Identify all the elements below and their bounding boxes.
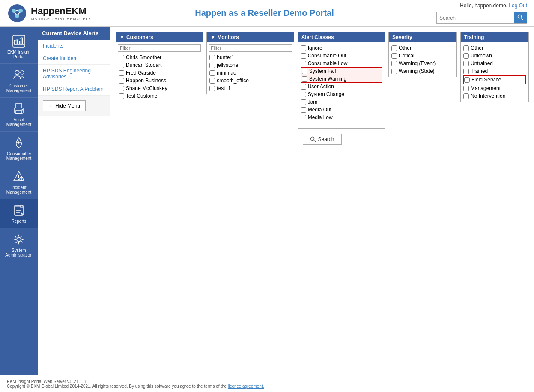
sidebar-item-incidents[interactable]: Incidents	[38, 40, 110, 52]
svg-point-25	[18, 179, 20, 180]
svg-line-8	[521, 18, 523, 20]
list-item: Chris Smoother	[119, 54, 200, 61]
customer-checkbox-fred[interactable]	[119, 70, 124, 76]
customer-label-fred: Fred Garside	[126, 70, 156, 76]
sidebar-item-create-incident[interactable]: Create Incident	[38, 52, 110, 65]
sidebar-item-reports[interactable]: Reports	[0, 199, 38, 228]
training-checkbox-no-intervention[interactable]	[463, 93, 469, 99]
alert-label-consumable-out: Consumable Out	[308, 53, 346, 59]
customers-list: Chris Smoother Duncan Stodart Fred Garsi…	[116, 52, 203, 102]
severity-checkbox-warning-event[interactable]	[391, 61, 397, 66]
alert-checkbox-system-warning[interactable]	[302, 76, 307, 82]
filter-funnel-icon-customers: ▼	[119, 34, 125, 40]
alert-triangle-icon	[12, 170, 26, 183]
training-checkbox-other[interactable]	[463, 45, 469, 51]
svg-rect-17	[20, 76, 21, 77]
people-icon	[12, 68, 26, 82]
customer-checkbox-test[interactable]	[119, 93, 124, 99]
alert-label-jam: Jam	[308, 99, 318, 105]
training-checkbox-management[interactable]	[463, 86, 469, 91]
training-checkbox-field-service[interactable]	[464, 77, 470, 83]
training-label-management: Management	[471, 85, 501, 91]
sidebar-item-ekm-insight[interactable]: EKM Insight Portal	[0, 30, 38, 64]
severity-label-critical: Critical	[399, 53, 415, 59]
training-header: Training	[461, 32, 528, 42]
alert-label-media-out: Media Out	[308, 107, 331, 113]
list-item: Unknown	[463, 52, 526, 60]
sidebar-label-ekm: EKM Insight Portal	[2, 50, 36, 59]
list-item: System Change	[301, 90, 382, 98]
monitors-filter-input[interactable]	[209, 44, 292, 52]
alert-label-ignore: Ignore	[308, 45, 322, 51]
svg-point-2	[18, 9, 23, 13]
customer-checkbox-happen[interactable]	[119, 78, 124, 84]
svg-point-0	[8, 4, 27, 23]
severity-checkbox-critical[interactable]	[391, 53, 397, 59]
alert-checkbox-system-fail[interactable]	[302, 69, 307, 74]
monitors-filter-box: ▼ Monitors hunter1 jellystone min	[206, 32, 294, 94]
monitor-checkbox-minimac[interactable]	[209, 70, 215, 76]
main-search-button[interactable]: Search	[303, 134, 341, 145]
sidebar-item-incident-management[interactable]: Incident Management	[0, 165, 38, 199]
logout-link[interactable]: Log Out	[509, 3, 527, 9]
svg-line-32	[314, 140, 316, 142]
search-button[interactable]	[514, 12, 527, 23]
monitor-checkbox-jellystone[interactable]	[209, 63, 215, 68]
list-item: Test Customer	[119, 92, 200, 100]
customers-filter-input[interactable]	[118, 44, 201, 52]
list-item: Untrained	[463, 60, 526, 67]
training-checkbox-unknown[interactable]	[463, 53, 469, 59]
monitor-checkbox-test1[interactable]	[209, 86, 215, 91]
alert-checkbox-jam[interactable]	[301, 99, 306, 105]
alert-checkbox-media-out[interactable]	[301, 107, 306, 113]
main-layout: EKM Insight Portal Customer Management A…	[0, 27, 534, 375]
monitor-checkbox-hunter1[interactable]	[209, 55, 215, 60]
hide-menu-button[interactable]: ← Hide Menu	[43, 100, 86, 111]
sidebar-item-customer-management[interactable]: Customer Management	[0, 64, 38, 98]
alert-label-system-change: System Change	[308, 91, 344, 97]
alert-checkbox-user-action[interactable]	[301, 84, 306, 90]
sidebar-label-customer: Customer Management	[2, 84, 36, 93]
training-label-field-service: Field Service	[471, 77, 501, 83]
sidebar-icons: EKM Insight Portal Customer Management A…	[0, 27, 38, 375]
sidebar-item-hp-sds-report[interactable]: HP SDS Report A Problem	[38, 83, 110, 96]
customers-filter-box: ▼ Customers Chris Smoother Duncan Stodar…	[116, 32, 203, 102]
training-label-unknown: Unknown	[471, 53, 492, 59]
training-filter-box: Training Other Unknown Untrained	[460, 32, 529, 102]
search-input[interactable]	[437, 14, 514, 22]
severity-checkbox-warning-state[interactable]	[391, 69, 397, 74]
customer-label-test: Test Customer	[126, 93, 159, 99]
alert-checkbox-consumable-out[interactable]	[301, 53, 306, 59]
training-checkbox-untrained[interactable]	[463, 61, 469, 66]
severity-title: Severity	[392, 34, 412, 40]
search-icon	[517, 14, 523, 20]
customer-checkbox-duncan[interactable]	[119, 63, 124, 68]
list-item: Shane McCluskey	[119, 84, 200, 92]
alert-classes-list: Ignore Consumable Out Consumable Low Sys…	[298, 42, 385, 128]
list-item: User Action	[301, 83, 382, 90]
customer-checkbox-shane[interactable]	[119, 86, 124, 91]
footer: EKM Insight Portal Web Server v.5.21.1.3…	[0, 375, 534, 392]
list-item: No Intervention	[463, 92, 526, 100]
list-item: Happen Business	[119, 77, 200, 84]
alert-checkbox-ignore[interactable]	[301, 45, 306, 51]
list-item: Media Out	[301, 106, 382, 114]
sidebar-item-asset-management[interactable]: Asset Management	[0, 98, 38, 132]
printer-icon	[12, 102, 26, 116]
training-label-other: Other	[471, 45, 483, 51]
customer-checkbox-chris[interactable]	[119, 55, 124, 60]
sidebar-item-consumable-management[interactable]: Consumable Management	[0, 132, 38, 165]
sidebar-label-asset: Asset Management	[2, 117, 36, 127]
alert-checkbox-system-change[interactable]	[301, 92, 306, 97]
severity-checkbox-other[interactable]	[391, 45, 397, 51]
monitor-checkbox-smooth-office[interactable]	[209, 78, 215, 84]
training-checkbox-trained[interactable]	[463, 69, 469, 74]
logo-area: HappenEKM MANAGE PRINT REMOTELY	[7, 3, 92, 24]
alert-checkbox-media-low[interactable]	[301, 115, 306, 120]
monitor-label-jellystone: jellystone	[217, 62, 238, 68]
alert-checkbox-consumable-low[interactable]	[301, 61, 306, 66]
licence-link[interactable]: licence agreement.	[228, 384, 264, 389]
sidebar-item-hp-sds-engineering[interactable]: HP SDS Engineering Advisories	[38, 65, 110, 83]
monitor-label-smooth-office: smooth_office	[217, 78, 249, 84]
sidebar-item-system-administration[interactable]: System Administration	[0, 228, 38, 262]
